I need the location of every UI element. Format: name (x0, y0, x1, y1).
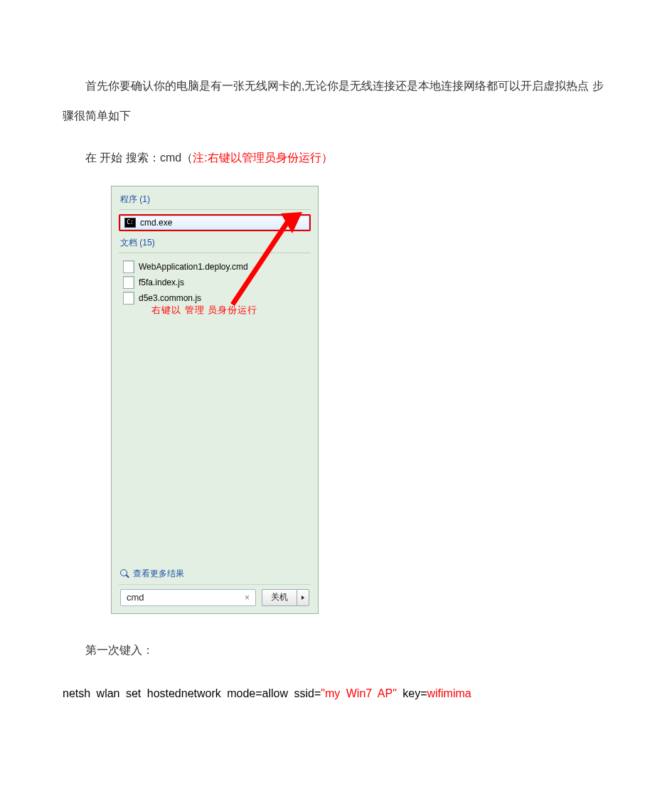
list-item[interactable]: f5fa.index.js (123, 275, 311, 290)
file-icon (123, 276, 134, 289)
intro-paragraph-1: 首先你要确认你的电脑是有一张无线网卡的,无论你是无线连接还是本地连接网络都可以开… (63, 71, 609, 130)
cmd-text-b: key= (397, 687, 427, 699)
shutdown-button-group: 关机 (262, 589, 309, 606)
clear-icon[interactable]: × (242, 593, 252, 603)
cmd-icon: C: (124, 218, 136, 228)
docs-label: 文档 (15) (120, 237, 311, 249)
doc-label: d5e3.common.js (139, 293, 201, 303)
paragraph-first-type: 第一次键入： (63, 635, 609, 665)
see-more-results[interactable]: 查看更多结果 (119, 563, 311, 584)
cmd-ssid: "my Win7 AP" (321, 687, 397, 699)
cmd-key: wifimima (427, 687, 471, 699)
intro-paragraph-2: 在 开始 搜索：cmd（注:右键以管理员身份运行） (63, 143, 609, 173)
cmd-text-a: netsh wlan set hostednetwork mode=allow … (63, 687, 321, 699)
more-results-label: 查看更多结果 (133, 568, 184, 580)
command-line: netsh wlan set hostednetwork mode=allow … (63, 679, 609, 709)
list-item[interactable]: WebApplication1.deploy.cmd (123, 259, 311, 275)
shutdown-menu-button[interactable] (297, 589, 309, 606)
startmenu-screenshot: 程序 (1) C: cmd.exe 文档 (15) WebApplication… (111, 186, 319, 614)
p2-suffix: ） (321, 152, 333, 164)
p2-note-label: 注 (193, 152, 204, 164)
file-icon (123, 292, 134, 305)
search-input[interactable]: cmd × (120, 589, 256, 606)
search-value: cmd (127, 592, 144, 603)
program-item-label: cmd.exe (140, 218, 172, 228)
program-item-cmd[interactable]: C: cmd.exe (119, 214, 311, 231)
divider (119, 253, 311, 253)
programs-label: 程序 (1) (120, 194, 311, 206)
chevron-right-icon (302, 596, 304, 600)
divider (119, 209, 311, 210)
shutdown-button[interactable]: 关机 (262, 589, 297, 606)
doc-label: f5fa.index.js (139, 277, 184, 287)
p2-prefix: 在 开始 搜索：cmd（ (85, 152, 193, 164)
doc-label: WebApplication1.deploy.cmd (139, 262, 248, 272)
search-icon (120, 569, 129, 578)
file-icon (123, 260, 134, 273)
p2-note-text: :右键以管理员身份运行 (204, 152, 321, 164)
docs-list: WebApplication1.deploy.cmd f5fa.index.js… (123, 259, 311, 306)
annotation-text: 右键以 管理 员身份运行 (151, 304, 257, 317)
